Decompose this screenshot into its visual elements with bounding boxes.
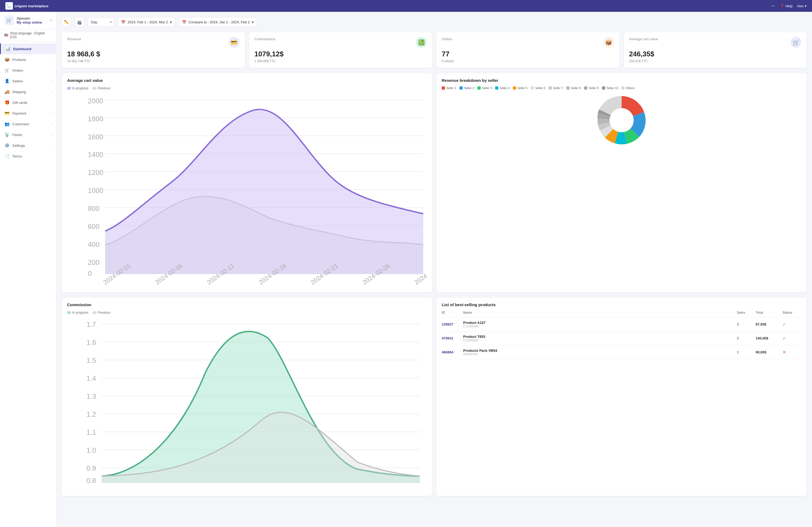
table-row: 470631 Product T653 P12945693 2 140,00$ …: [442, 331, 801, 345]
gift-cards-icon: 🎁: [4, 100, 10, 105]
edit-button[interactable]: ✏️: [62, 17, 71, 27]
sidebar-item-gift-cards[interactable]: 🎁 Gift cards: [0, 97, 56, 108]
commission-chart-card: Commission In progress Previous 1.7 1.6: [62, 298, 432, 496]
product-id-470631[interactable]: 470631: [442, 336, 463, 340]
operator-text: Operator My shop online: [17, 17, 47, 25]
commission-legend-previous: Previous: [93, 311, 110, 315]
orders-icon: 📦: [603, 37, 614, 48]
compare-range-picker[interactable]: 📅 Compare to : 2024, Jan 1 - 2024, Feb 2…: [178, 17, 257, 27]
chevron-icon-customers: ›: [51, 122, 52, 125]
commission-legend: In progress Previous: [67, 311, 427, 315]
seller6-color: [531, 86, 534, 90]
seller3-color: [477, 86, 481, 90]
pie-legend-others: Others: [621, 86, 635, 90]
operator-selector[interactable]: 🛒 Operator My shop online ▾: [0, 12, 56, 29]
revenue-breakdown-title: Revenue breakdown by seller: [442, 78, 801, 82]
sidebar-label-products: Products: [12, 58, 26, 62]
stats-grid: Revenue 💳 18 968,6 $ 19 363,74$ TTC Comm…: [62, 32, 807, 68]
avg-cart-chart-title: Average cart value: [67, 78, 427, 82]
chevron-icon-feeds: ›: [51, 133, 52, 136]
compare-icon: 📅: [182, 20, 186, 24]
svg-text:1.0: 1.0: [86, 447, 96, 454]
sidebar-item-dashboard[interactable]: 📊 Dashboard: [0, 44, 56, 54]
chevron-icon-settings: ›: [51, 144, 52, 147]
status-check-470631: ✓: [782, 336, 801, 341]
period-select[interactable]: Day Week Month Year: [88, 17, 114, 27]
sidebar-label-feeds: Feeds: [12, 133, 22, 137]
chevron-icon-shipping: ›: [51, 90, 52, 93]
sidebar-item-sellers[interactable]: 👤 Sellers ›: [0, 76, 56, 86]
svg-text:1.4: 1.4: [86, 375, 96, 382]
sidebar-item-feeds[interactable]: 📡 Feeds ›: [0, 129, 56, 140]
svg-text:0: 0: [88, 270, 91, 277]
pie-svg: [595, 93, 649, 147]
sidebar-item-terms[interactable]: 📄 Terms: [0, 151, 56, 162]
sidebar-label-settings: Settings: [12, 144, 25, 148]
topbar: 🦢 origami marketplace ← ❓ Help Alex ▾: [0, 0, 812, 12]
commission-dot-previous: [93, 311, 97, 314]
stat-label-commissions: Commissions: [255, 37, 276, 41]
sidebar-item-orders[interactable]: 🛒 Orders: [0, 65, 56, 76]
print-button[interactable]: 🖨️: [75, 17, 84, 27]
sidebar-item-products[interactable]: 📦 Products ›: [0, 54, 56, 65]
chevron-down-icon: ▾: [252, 20, 254, 24]
seller8-color: [566, 86, 569, 90]
operator-chevron-icon: ▾: [50, 18, 52, 22]
product-sales-466864: 1: [737, 350, 756, 354]
product-id-129827[interactable]: 129827: [442, 322, 463, 326]
stat-sub-orders: 0 refund: [442, 59, 614, 63]
date-range-picker[interactable]: 📅 2024, Feb 1 - 2024, Mar 2 ▾: [118, 17, 175, 27]
legend-previous: Previous: [93, 86, 110, 90]
stat-label-revenue: Revenue: [67, 37, 81, 41]
sidebar-item-payment[interactable]: 💳 Payment ›: [0, 108, 56, 119]
stat-sub-revenue: 19 363,74$ TTC: [67, 59, 240, 63]
toolbar: ✏️ 🖨️ Day Week Month Year 📅 2024, Feb 1 …: [62, 17, 807, 27]
legend-dot-previous: [93, 87, 97, 90]
collapse-button[interactable]: ←: [771, 3, 776, 9]
help-button[interactable]: ❓ Help: [780, 4, 793, 8]
stat-label-avg-cart: Average cart value: [629, 37, 658, 41]
sidebar-item-settings[interactable]: ⚙️ Settings ›: [0, 140, 56, 151]
chevron-icon-payment: ›: [51, 111, 52, 115]
product-total-466864: 90,00$: [756, 350, 782, 354]
orders-icon: 🛒: [4, 67, 10, 73]
dashboard-icon: 📊: [5, 46, 11, 51]
language-selector[interactable]: 🇺🇸 Shop language : English (US): [0, 29, 56, 41]
pie-legend-seller9: Seller 9: [584, 86, 598, 90]
operator-title: Operator: [17, 17, 47, 20]
col-header-total: Total: [756, 311, 782, 315]
avg-cart-svg: 2000 1800 1600 1400 1200 1000 800 600 40…: [67, 93, 427, 286]
legend-dot-in-progress: [67, 87, 71, 90]
period-select-wrapper: Day Week Month Year: [88, 17, 114, 27]
seller9-color: [584, 86, 587, 90]
charts-row: Average cart value In progress Previous …: [62, 73, 807, 292]
stat-sub-commissions: 1 294,95$ TTC: [255, 59, 427, 63]
product-name-129827: Product A127 P12365498: [463, 321, 737, 328]
status-x-466864: ✕: [782, 350, 801, 355]
product-sales-470631: 2: [737, 336, 756, 340]
best-selling-title: List of best-selling products: [442, 302, 801, 307]
user-menu[interactable]: Alex ▾: [797, 4, 807, 8]
operator-icon: 🛒: [4, 16, 14, 25]
terms-icon: 📄: [4, 153, 10, 159]
stat-label-orders: Orders: [442, 37, 452, 41]
layout: 🛒 Operator My shop online ▾ 🇺🇸 Shop lang…: [0, 12, 812, 527]
seller5-color: [513, 86, 516, 90]
best-selling-card: List of best-selling products ID Name Sa…: [436, 298, 807, 496]
others-color: [621, 86, 625, 90]
sidebar-nav: 📊 Dashboard 📦 Products › 🛒 Orders 👤 Sell…: [0, 41, 56, 527]
col-header-status: Status: [782, 311, 801, 315]
product-sales-129827: 3: [737, 322, 756, 326]
chevron-icon-sellers: ›: [51, 79, 52, 82]
stat-value-orders: 77: [442, 50, 614, 58]
product-id-466864[interactable]: 466864: [442, 350, 463, 354]
svg-point-29: [610, 108, 634, 132]
seller2-color: [460, 86, 463, 90]
products-icon: 📦: [4, 57, 10, 62]
sidebar-item-shipping[interactable]: 🚚 Shipping ›: [0, 86, 56, 97]
sidebar-item-customers[interactable]: 👥 Customers ›: [0, 119, 56, 129]
stat-card-commissions: Commissions 💹 1079,12$ 1 294,95$ TTC: [249, 32, 432, 68]
pie-legend-seller5: Seller 5: [513, 86, 527, 90]
svg-text:400: 400: [88, 241, 99, 248]
col-header-sales: Sales: [737, 311, 756, 315]
